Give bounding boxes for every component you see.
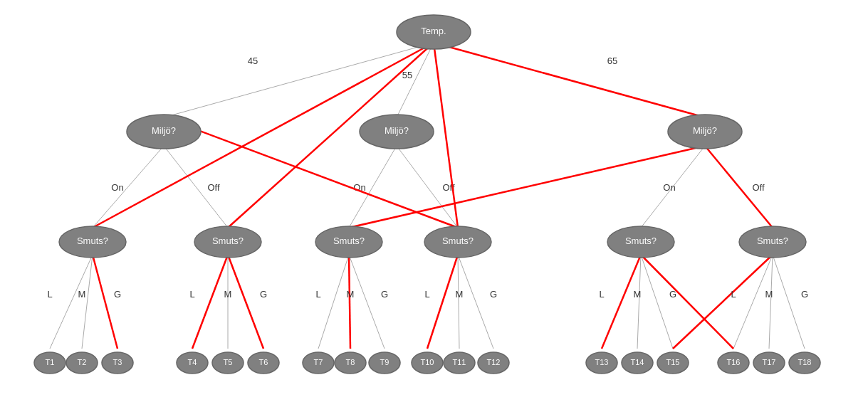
leaf-t12-label: T12 bbox=[487, 358, 501, 366]
branch-off-1: Off bbox=[207, 182, 219, 193]
leaf-t13-label: T13 bbox=[595, 358, 609, 366]
red-line-7 bbox=[427, 255, 458, 349]
leaf-t4-label: T4 bbox=[188, 358, 197, 366]
edge-label-65: 65 bbox=[607, 55, 617, 66]
lmg-l-6: L bbox=[731, 289, 736, 300]
lmg-m-1: M bbox=[78, 289, 86, 300]
edge-smuts6-t18 bbox=[773, 255, 805, 349]
decision-tree-diagram: 45 55 65 On Off On Off On Off bbox=[0, 0, 868, 402]
smuts-label-6: Smuts? bbox=[757, 236, 788, 246]
leaf-t6-label: T6 bbox=[259, 358, 268, 366]
leaf-t17-label: T17 bbox=[763, 358, 776, 366]
lmg-l-2: L bbox=[189, 289, 194, 300]
red-line-3 bbox=[434, 43, 705, 117]
lmg-g-5: G bbox=[669, 289, 676, 300]
miljo-label-2: Miljö? bbox=[385, 125, 409, 136]
leaf-t18-label: T18 bbox=[798, 358, 812, 366]
lmg-l-4: L bbox=[424, 289, 429, 300]
red-line-10 bbox=[228, 255, 263, 349]
edge-smuts1-t1 bbox=[50, 255, 93, 349]
lmg-g-3: G bbox=[381, 289, 388, 300]
branch-on-3: On bbox=[663, 182, 675, 193]
lmg-m-4: M bbox=[456, 289, 464, 300]
leaf-t2-label: T2 bbox=[78, 358, 87, 366]
leaf-t10-label: T10 bbox=[421, 358, 434, 366]
smuts-label-1: Smuts? bbox=[77, 236, 108, 246]
edge-smuts3-t9 bbox=[349, 255, 385, 349]
lmg-m-5: M bbox=[634, 289, 642, 300]
edge-label-45: 45 bbox=[248, 55, 258, 66]
leaf-t16-label: T16 bbox=[727, 358, 741, 366]
smuts-label-4: Smuts? bbox=[442, 236, 474, 246]
leaf-t5-label: T5 bbox=[224, 358, 233, 366]
edge-smuts1-t2 bbox=[82, 255, 93, 349]
edge-smuts4-t11 bbox=[458, 255, 459, 349]
edge-smuts5-t14 bbox=[637, 255, 641, 349]
lmg-g-1: G bbox=[114, 289, 121, 300]
lmg-g-6: G bbox=[801, 289, 808, 300]
leaf-t11-label: T11 bbox=[453, 358, 466, 366]
leaf-t7-label: T7 bbox=[314, 358, 323, 366]
edge-smuts5-t15 bbox=[641, 255, 673, 349]
branch-off-3: Off bbox=[752, 182, 764, 193]
miljo-label-1: Miljö? bbox=[152, 125, 176, 136]
edge-smuts6-t16 bbox=[733, 255, 773, 349]
lmg-m-2: M bbox=[224, 289, 232, 300]
edge-smuts3-t7 bbox=[318, 255, 349, 349]
leaf-t15-label: T15 bbox=[666, 358, 680, 366]
edge-smuts6-t17 bbox=[769, 255, 773, 349]
red-line-5 bbox=[349, 255, 350, 349]
red-line-4 bbox=[349, 146, 705, 228]
red-line-11 bbox=[192, 255, 228, 349]
lmg-l-5: L bbox=[599, 289, 604, 300]
lmg-g-2: G bbox=[260, 289, 267, 300]
leaf-t3-label: T3 bbox=[113, 358, 122, 366]
leaf-t1-label: T1 bbox=[46, 358, 55, 366]
leaf-t14-label: T14 bbox=[631, 358, 644, 366]
edge-smuts4-t12 bbox=[458, 255, 493, 349]
lmg-l-3: L bbox=[315, 289, 320, 300]
lmg-l-1: L bbox=[47, 289, 52, 300]
lmg-m-6: M bbox=[765, 289, 773, 300]
lmg-g-4: G bbox=[490, 289, 497, 300]
red-line-9 bbox=[93, 255, 117, 349]
leaf-t8-label: T8 bbox=[346, 358, 355, 366]
red-line-15 bbox=[602, 255, 641, 349]
branch-on-1: On bbox=[111, 182, 123, 193]
smuts-label-2: Smuts? bbox=[212, 236, 244, 246]
edge-label-55: 55 bbox=[402, 70, 412, 80]
leaf-t9-label: T9 bbox=[380, 358, 389, 366]
lmg-m-3: M bbox=[347, 289, 355, 300]
miljo-label-3: Miljö? bbox=[693, 125, 717, 136]
root-label: Temp. bbox=[421, 26, 446, 36]
smuts-label-3: Smuts? bbox=[333, 236, 365, 246]
edge-miljo1-smuts1 bbox=[93, 146, 164, 228]
smuts-label-5: Smuts? bbox=[625, 236, 657, 246]
